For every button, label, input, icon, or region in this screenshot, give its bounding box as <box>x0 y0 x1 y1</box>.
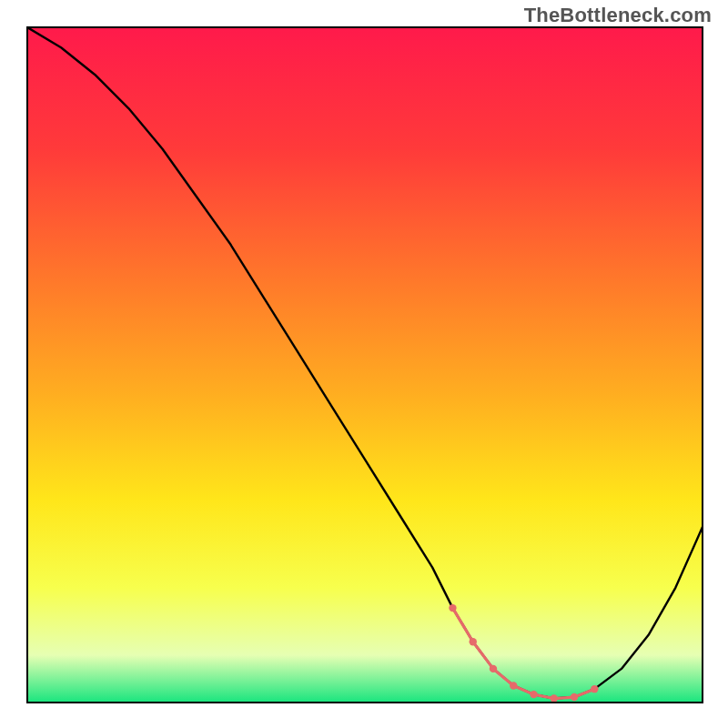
optimal-range-dot <box>510 682 517 689</box>
optimal-range-dot <box>470 638 477 645</box>
optimal-range-dot <box>591 685 598 693</box>
bottleneck-chart <box>0 0 728 728</box>
optimal-range-dot <box>530 691 537 698</box>
optimal-range-dot <box>551 694 558 702</box>
optimal-range-dot <box>571 693 578 701</box>
chart-container: TheBottleneck.com <box>0 0 728 728</box>
watermark-text: TheBottleneck.com <box>524 4 712 27</box>
optimal-range-dot <box>449 604 456 612</box>
optimal-range-dot <box>490 665 497 672</box>
gradient-background <box>27 27 703 703</box>
